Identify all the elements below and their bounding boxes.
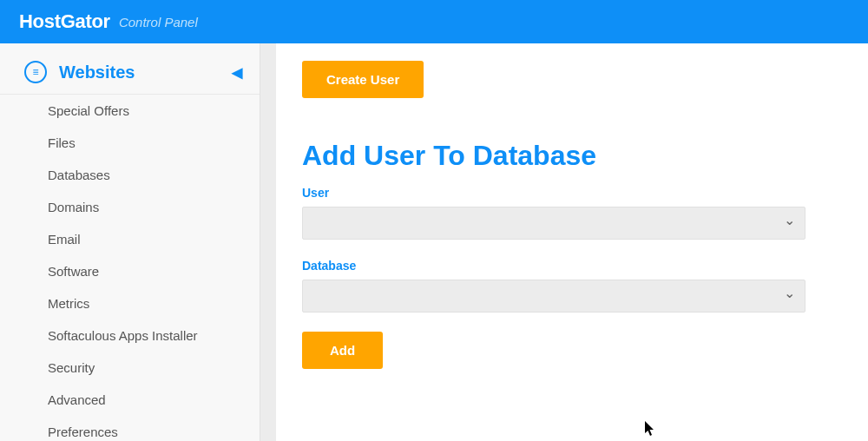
- sidebar-item-special-offers[interactable]: Special Offers: [0, 95, 260, 127]
- create-user-button[interactable]: Create User: [302, 61, 424, 98]
- sidebar-item-label: Databases: [48, 168, 110, 182]
- sidebar-active-label: Websites: [59, 63, 135, 82]
- sidebar-item-label: Preferences: [48, 425, 118, 439]
- sidebar-item-label: Files: [48, 135, 76, 150]
- add-button[interactable]: Add: [302, 332, 383, 369]
- sidebar-item-databases[interactable]: Databases: [0, 159, 260, 191]
- topbar: HostGator Control Panel: [0, 0, 868, 43]
- sidebar-item-security[interactable]: Security: [0, 352, 260, 384]
- sidebar-item-label: Advanced: [48, 392, 106, 407]
- brand-logo: HostGator: [19, 10, 110, 33]
- sidebar-item-label: Email: [48, 232, 81, 247]
- user-select-wrap: [302, 207, 806, 240]
- sidebar-item-softaculous[interactable]: Softaculous Apps Installer: [0, 319, 260, 352]
- user-select[interactable]: [302, 207, 806, 240]
- layout: ≡ Websites ◀ Special Offers Files Databa…: [0, 43, 868, 441]
- sidebar-item-metrics[interactable]: Metrics: [0, 287, 260, 319]
- brand-subtitle: Control Panel: [119, 15, 198, 30]
- sidebar-item-email[interactable]: Email: [0, 223, 260, 255]
- sidebar-item-label: Softaculous Apps Installer: [48, 328, 198, 343]
- sidebar-item-advanced[interactable]: Advanced: [0, 384, 260, 416]
- sidebar-item-label: Domains: [48, 200, 99, 214]
- websites-icon: ≡: [24, 61, 47, 83]
- database-select-wrap: [302, 280, 806, 313]
- sidebar-item-websites[interactable]: ≡ Websites ◀: [0, 50, 260, 95]
- sidebar-item-label: Security: [48, 360, 95, 375]
- database-label: Database: [302, 259, 833, 273]
- sidebar-item-label: Special Offers: [48, 103, 129, 118]
- sidebar-item-label: Metrics: [48, 296, 89, 311]
- sidebar-item-files[interactable]: Files: [0, 127, 260, 159]
- database-select[interactable]: [302, 280, 806, 313]
- sidebar-item-label: Software: [48, 264, 99, 279]
- sidebar-item-preferences[interactable]: Preferences: [0, 416, 260, 441]
- user-label: User: [302, 186, 833, 200]
- main-content: Create User Add User To Database User Da…: [276, 43, 868, 441]
- sidebar: ≡ Websites ◀ Special Offers Files Databa…: [0, 43, 260, 441]
- sidebar-item-software[interactable]: Software: [0, 255, 260, 287]
- section-title: Add User To Database: [302, 140, 833, 172]
- sidebar-item-domains[interactable]: Domains: [0, 191, 260, 223]
- collapse-arrow-icon: ◀: [232, 64, 242, 81]
